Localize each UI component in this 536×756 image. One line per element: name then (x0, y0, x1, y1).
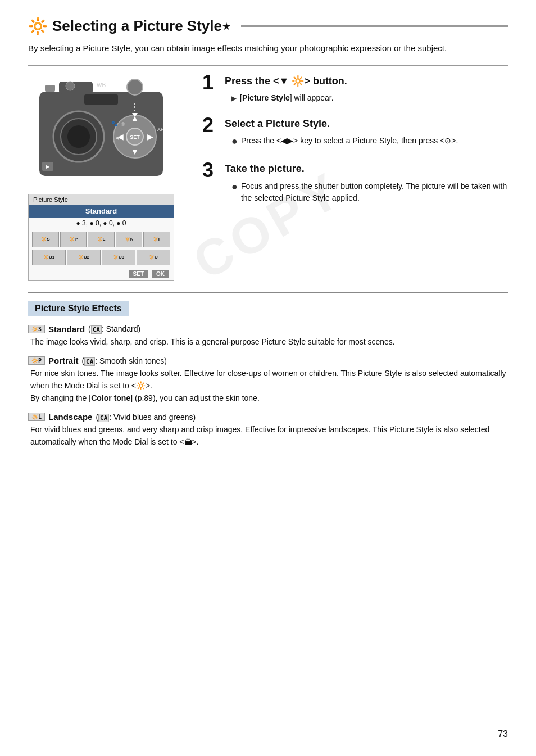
step-3-bullet-1: ● Focus and press the shutter button com… (231, 180, 508, 204)
step-1-bullet-text: [Picture Style] will appear. (240, 92, 334, 104)
ps-item-n[interactable]: 🔆N (116, 232, 143, 247)
title-star: ★ (222, 20, 231, 33)
steps-container: 1 Press the <▼ 🔆> button. ▶ [Picture Sty… (202, 75, 508, 204)
ps-item-l[interactable]: 🔆L (88, 232, 115, 247)
ps-item-f[interactable]: 🔆F (143, 232, 170, 247)
standard-name: Standard (48, 324, 85, 334)
step-3-title: Take the picture. (225, 162, 508, 175)
portrait-icon: 🔆P (28, 356, 45, 365)
bullet-dot-icon: ● (231, 134, 238, 149)
svg-text:🐾: 🐾 (111, 120, 118, 127)
landscape-title-line: 🔆L Landscape (CA: Vivid blues and greens… (28, 412, 508, 422)
ps-grid-row2: 🔆U1 🔆U2 🔆U3 🔆U (29, 250, 174, 268)
ps-footer: SET OK (29, 268, 174, 280)
landscape-icon: 🔆L (28, 413, 45, 421)
ps-item-p[interactable]: 🔆P (60, 232, 87, 247)
ps-set-button[interactable]: SET (129, 270, 148, 278)
step-1-number: 1 (202, 73, 219, 93)
svg-text:▼: ▼ (131, 147, 139, 156)
step-3-bullet-text: Focus and press the shutter button compl… (241, 180, 508, 204)
section-divider (28, 65, 508, 66)
svg-rect-2 (45, 85, 55, 92)
step-3-content: Take the picture. ● Focus and press the … (225, 162, 508, 203)
svg-text:◀: ◀ (115, 135, 119, 141)
portrait-ca: (CA: Smooth skin tones) (81, 356, 167, 365)
svg-point-8 (67, 125, 90, 148)
standard-body: The image looks vivid, sharp, and crisp.… (28, 336, 508, 348)
picture-style-panel: Picture Style Standard ● 3, ● 0, ● 0, ● … (28, 194, 174, 281)
right-column: 1 Press the <▼ 🔆> button. ▶ [Picture Sty… (191, 75, 508, 281)
style-entry-portrait: 🔆P Portrait (CA: Smooth skin tones) For … (28, 356, 508, 404)
bullet-triangle-icon: ▶ (231, 93, 237, 103)
svg-text:◎: ◎ (121, 121, 125, 126)
landscape-body: For vivid blues and greens, and very sha… (28, 424, 508, 448)
step-2-body: ● Press the <◀▶> key to select a Picture… (225, 135, 508, 149)
svg-point-4 (127, 79, 143, 95)
step-1: 1 Press the <▼ 🔆> button. ▶ [Picture Sty… (202, 75, 508, 104)
portrait-name: Portrait (48, 356, 78, 365)
step-1-bullet-1: ▶ [Picture Style] will appear. (231, 92, 508, 104)
step-2-content: Select a Picture Style. ● Press the <◀▶>… (225, 117, 508, 149)
standard-icon: 🔆S (28, 325, 45, 333)
ps-item-s[interactable]: 🔆S (32, 232, 59, 247)
step-2-bullet-text: Press the <◀▶> key to select a Picture S… (241, 135, 458, 147)
svg-rect-1 (59, 82, 93, 94)
step-2-title: Select a Picture Style. (225, 117, 508, 130)
effects-header: Picture Style Effects (28, 301, 129, 316)
page-title: Selecting a Picture Style (52, 17, 222, 35)
portrait-body: For nice skin tones. The image looks sof… (28, 368, 508, 404)
effects-section: Picture Style Effects 🔆S Standard (CA: S… (28, 292, 508, 449)
step-3-body: ● Focus and press the shutter button com… (225, 180, 508, 204)
ps-item-u[interactable]: 🔆U (137, 250, 170, 265)
left-column: WB SET ▲ ▼ ◀ ▶ AF (28, 75, 191, 281)
landscape-name: Landscape (48, 412, 92, 422)
svg-text:▶: ▶ (147, 132, 153, 141)
step-2-bullet-1: ● Press the <◀▶> key to select a Picture… (231, 135, 508, 149)
ps-item-u1[interactable]: 🔆U1 (32, 250, 66, 265)
landscape-ca: (CA: Vivid blues and greens) (96, 413, 196, 422)
title-icon: 🔆 (28, 17, 48, 35)
header-line (241, 25, 508, 27)
ps-item-u3[interactable]: 🔆U3 (102, 250, 135, 265)
step-3: 3 Take the picture. ● Focus and press th… (202, 162, 508, 203)
step-2: 2 Select a Picture Style. ● Press the <◀… (202, 117, 508, 149)
style-entry-landscape: 🔆L Landscape (CA: Vivid blues and greens… (28, 412, 508, 448)
ps-selected-style: Standard (29, 205, 174, 218)
standard-ca: (CA: Standard) (88, 324, 140, 333)
ps-values: ● 3, ● 0, ● 0, ● 0 (29, 218, 174, 229)
style-entry-standard: 🔆S Standard (CA: Standard) The image loo… (28, 324, 508, 348)
ps-item-u2[interactable]: 🔆U2 (67, 250, 101, 265)
ps-panel-header: Picture Style (29, 194, 174, 205)
step-2-number: 2 (202, 115, 219, 135)
portrait-title-line: 🔆P Portrait (CA: Smooth skin tones) (28, 356, 508, 365)
bullet-dot-icon-2: ● (231, 179, 238, 194)
main-content: WB SET ▲ ▼ ◀ ▶ AF (28, 75, 508, 281)
svg-point-20 (66, 82, 75, 90)
intro-text: By selecting a Picture Style, you can ob… (28, 42, 508, 55)
ps-ok-button[interactable]: OK (152, 270, 169, 278)
step-3-number: 3 (202, 160, 219, 180)
step-1-content: Press the <▼ 🔆> button. ▶ [Picture Style… (225, 75, 508, 104)
step-1-title: Press the <▼ 🔆> button. (225, 75, 508, 88)
svg-text:SET: SET (130, 134, 140, 140)
svg-text:▶: ▶ (46, 164, 50, 169)
svg-text:WB: WB (97, 82, 106, 88)
page-header: 🔆 Selecting a Picture Style ★ (28, 17, 508, 35)
camera-diagram: WB SET ▲ ▼ ◀ ▶ AF (28, 75, 174, 187)
ps-grid-row1: 🔆S 🔆P 🔆L 🔆N 🔆F (29, 229, 174, 250)
svg-text:AF: AF (157, 126, 164, 132)
page-number: 73 (498, 729, 508, 739)
standard-title-line: 🔆S Standard (CA: Standard) (28, 324, 508, 334)
svg-rect-5 (84, 94, 118, 105)
step-1-body: ▶ [Picture Style] will appear. (225, 92, 508, 104)
